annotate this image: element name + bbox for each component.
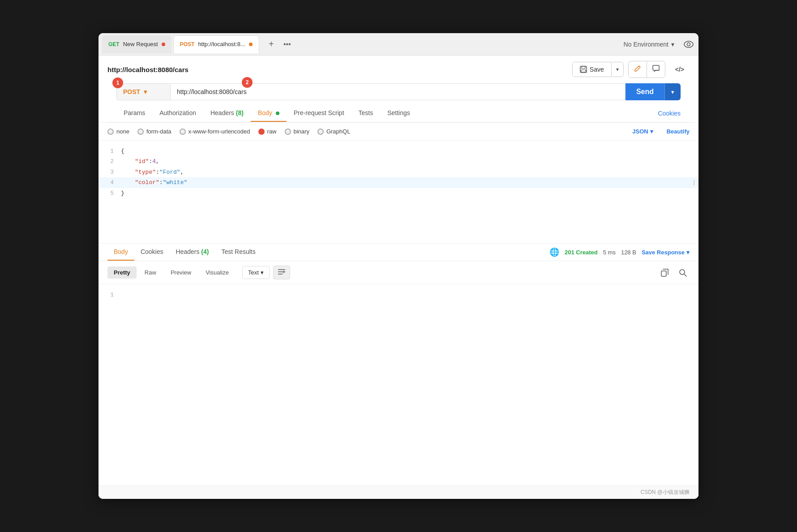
format-tab-raw[interactable]: Raw — [138, 266, 163, 279]
radio-graphql — [317, 129, 324, 135]
option-none-label: none — [116, 128, 129, 135]
code-button[interactable]: </> — [670, 62, 690, 77]
env-dropdown[interactable]: No Environment ▾ — [619, 39, 679, 50]
line-content-1: { — [121, 146, 698, 156]
headers-badge: (8) — [236, 109, 244, 116]
response-format-row: Pretty Raw Preview Visualize Text ▾ — [99, 261, 698, 284]
option-urlencoded[interactable]: x-www-form-urlencoded — [180, 128, 250, 135]
response-line-1: 1 — [99, 290, 698, 300]
tab-settings[interactable]: Settings — [380, 105, 417, 122]
save-response-button[interactable]: Save Response ▾ — [642, 249, 690, 256]
svg-point-0 — [684, 41, 693, 47]
option-raw[interactable]: raw — [258, 128, 277, 135]
copy-icon-button[interactable] — [658, 266, 672, 279]
status-201: 201 Created — [565, 249, 598, 256]
save-response-label: Save Response — [642, 249, 685, 256]
format-tab-visualize[interactable]: Visualize — [199, 266, 235, 279]
code-line-5: 5 } — [99, 188, 698, 198]
option-form-data[interactable]: form-data — [137, 128, 171, 135]
tab-tests[interactable]: Tests — [351, 105, 381, 122]
body-dot — [276, 112, 279, 115]
response-tab-cookies[interactable]: Cookies — [134, 244, 170, 261]
radio-raw — [258, 129, 265, 135]
tab-body[interactable]: Body — [251, 105, 287, 122]
text-format-chevron-icon: ▾ — [261, 269, 264, 276]
method-label: POST — [123, 88, 140, 95]
svg-rect-5 — [653, 65, 659, 70]
tab-method-get: GET — [108, 41, 120, 47]
url-bar-section: http://localhost:8080/cars Save ▾ — [99, 56, 698, 123]
response-tab-body[interactable]: Body — [107, 244, 134, 261]
tab-method-post: POST — [180, 41, 195, 47]
text-format-dropdown[interactable]: Text ▾ — [242, 266, 270, 279]
save-response-chevron-icon: ▾ — [686, 249, 690, 256]
save-button[interactable]: Save — [573, 62, 611, 77]
response-line-num-1: 1 — [99, 290, 121, 300]
code-editor[interactable]: 1 { 2 "id":4, 3 "type":"Ford", 4 "color"… — [99, 141, 698, 244]
svg-rect-4 — [581, 70, 586, 72]
response-tab-test-results[interactable]: Test Results — [215, 244, 261, 261]
tab-dot-get — [162, 43, 165, 46]
tab-actions: + ••• — [265, 38, 291, 51]
tab-add-button[interactable]: + — [265, 38, 278, 51]
option-graphql[interactable]: GraphQL — [317, 128, 350, 135]
tab-params[interactable]: Params — [116, 105, 152, 122]
method-dropdown[interactable]: 1 POST ▾ — [116, 83, 170, 100]
wrap-button[interactable] — [273, 266, 290, 279]
tab-get-new-request[interactable]: GET New Request — [102, 35, 171, 53]
tab-label-post: http://localhost:8... — [198, 41, 245, 47]
option-raw-label: raw — [267, 128, 277, 135]
comment-icon-button[interactable] — [647, 61, 665, 77]
nav-right: Cookies — [658, 109, 681, 117]
app-window: GET New Request POST http://localhost:8.… — [99, 33, 698, 499]
option-binary-label: binary — [294, 128, 309, 135]
json-dropdown[interactable]: JSON ▾ — [632, 128, 653, 135]
radio-urlencoded — [180, 129, 186, 135]
line-content-2: "id":4, — [121, 156, 698, 167]
format-tab-preview[interactable]: Preview — [164, 266, 197, 279]
json-chevron-icon: ▾ — [650, 128, 653, 135]
response-tabs-row: Body Cookies Headers (4) Test Results 🌐 … — [99, 244, 698, 261]
env-selector: No Environment ▾ — [619, 38, 695, 51]
send-chevron-button[interactable]: ▾ — [664, 83, 681, 100]
line-content-4: "color":"white" — [121, 177, 692, 188]
radio-form-data — [137, 129, 144, 135]
tab-pre-request-script[interactable]: Pre-request Script — [287, 105, 351, 122]
save-chevron-button[interactable]: ▾ — [611, 63, 623, 76]
request-tabs-nav: Params Authorization Headers (8) Body Pr… — [107, 105, 690, 122]
beautify-button[interactable]: Beautify — [667, 128, 690, 135]
format-tab-pretty[interactable]: Pretty — [107, 266, 137, 279]
send-button-group: Send ▾ — [626, 83, 681, 100]
text-format-label: Text — [248, 269, 259, 276]
icon-button-group — [628, 61, 665, 78]
option-binary[interactable]: binary — [285, 128, 309, 135]
edit-icon-button[interactable] — [629, 61, 647, 77]
code-line-4: 4 "color":"white" | — [99, 177, 698, 188]
option-none[interactable]: none — [107, 128, 129, 135]
env-label: No Environment — [624, 41, 668, 48]
cursor-line: | — [692, 177, 698, 188]
badge-1: 1 — [112, 77, 123, 88]
response-tab-headers[interactable]: Headers (4) — [170, 244, 215, 261]
tab-more-button[interactable]: ••• — [283, 40, 291, 48]
tab-post-localhost[interactable]: POST http://localhost:8... — [173, 35, 259, 53]
tab-headers[interactable]: Headers (8) — [203, 105, 251, 122]
radio-none — [107, 129, 114, 135]
eye-icon[interactable] — [682, 38, 695, 51]
option-form-data-label: form-data — [146, 128, 171, 135]
footer-label: CSDN @小镇攻城狮 — [640, 489, 690, 496]
method-chevron-icon: ▾ — [144, 88, 147, 95]
send-button[interactable]: Send — [626, 83, 664, 100]
url-display-row: http://localhost:8080/cars Save ▾ — [107, 61, 690, 78]
response-size: 128 B — [621, 249, 636, 256]
search-icon-button[interactable] — [676, 266, 690, 279]
body-options-row: none form-data x-www-form-urlencoded raw… — [99, 123, 698, 141]
code-line-1: 1 { — [99, 146, 698, 156]
response-section: Body Cookies Headers (4) Test Results 🌐 … — [99, 244, 698, 499]
tab-authorization[interactable]: Authorization — [152, 105, 203, 122]
url-input[interactable] — [170, 83, 626, 100]
cookies-link[interactable]: Cookies — [658, 110, 681, 117]
env-chevron-icon: ▾ — [671, 41, 674, 48]
radio-binary — [285, 129, 291, 135]
line-num-3: 3 — [99, 167, 121, 177]
